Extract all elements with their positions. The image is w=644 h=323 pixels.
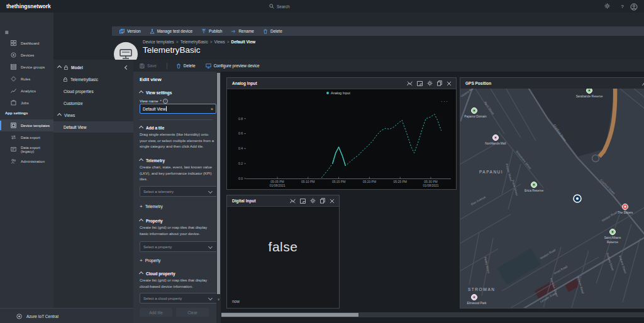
add-property-button[interactable]: Property xyxy=(140,258,216,263)
model-item-views[interactable]: Views xyxy=(53,109,133,121)
tile-settings-gear-icon[interactable] xyxy=(427,80,433,86)
section-telemetry[interactable]: Telemetry xyxy=(140,158,216,163)
sidebar-item-dashboard[interactable]: Dashboard xyxy=(0,37,53,49)
version-button[interactable]: Version xyxy=(119,26,141,36)
tile-analog-input[interactable]: Analog Input Analog Input 0.00.20.40.60.… xyxy=(226,77,457,190)
dashboard-icon xyxy=(11,40,16,46)
configure-preview-device-button[interactable]: Configure preview device xyxy=(206,60,260,72)
nav-collapse-icon[interactable] xyxy=(5,29,14,36)
svg-text:0.4: 0.4 xyxy=(238,146,243,150)
svg-text:Papanui Domain: Papanui Domain xyxy=(464,115,487,118)
sidebar-item-device-groups[interactable]: Device groups xyxy=(0,61,53,73)
save-icon xyxy=(140,63,145,68)
svg-text:Northlands Mall: Northlands Mall xyxy=(485,142,506,145)
app-window: thethingsnetwork Search Dashboard Device… xyxy=(0,0,644,323)
info-icon[interactable] xyxy=(163,99,168,104)
breadcrumb-device-templates[interactable]: Device templates xyxy=(143,40,174,44)
section-add-a-tile[interactable]: Add a tile xyxy=(140,126,216,130)
cloud-property-select[interactable]: Select a cloud property xyxy=(140,293,219,304)
scrollbar-thumb[interactable] xyxy=(217,73,220,294)
rename-button[interactable]: Rename xyxy=(231,26,254,36)
scrollbar-down-arrow[interactable]: ∨ xyxy=(217,297,220,302)
sidebar-label: Analytics xyxy=(21,89,36,93)
settings-gear-icon[interactable] xyxy=(604,3,611,10)
model-root[interactable]: Model xyxy=(53,62,133,73)
device-location-marker xyxy=(574,195,581,202)
sidebar-item-rules[interactable]: Rules xyxy=(0,73,53,85)
breadcrumb-views[interactable]: Views xyxy=(214,40,225,44)
save-button[interactable]: Save xyxy=(140,60,157,72)
sidebar-item-jobs[interactable]: Jobs xyxy=(0,97,53,109)
sidebar-label: Data export (legacy) xyxy=(21,146,53,153)
section-cloud-property[interactable]: Cloud property xyxy=(140,271,216,276)
view-toolbar: Save Delete Configure preview device xyxy=(133,60,644,72)
sidebar-item-analytics[interactable]: Analytics xyxy=(0,85,53,97)
add-tile-description: Drag single elements (like Humidity) ont… xyxy=(140,132,216,150)
left-nav: Dashboard Devices Device groups Rules An… xyxy=(0,13,53,308)
monitor-icon xyxy=(119,49,132,59)
publish-icon xyxy=(201,29,206,34)
svg-text:STROWAN: STROWAN xyxy=(468,287,495,292)
close-tile-icon[interactable] xyxy=(330,199,335,204)
sidebar-item-administration[interactable]: Administration xyxy=(0,155,53,167)
chart-type-icon[interactable] xyxy=(407,81,413,86)
publish-button[interactable]: Publish xyxy=(201,26,222,36)
close-tile-icon[interactable] xyxy=(447,81,452,86)
sidebar-item-device-templates[interactable]: Device templates xyxy=(0,119,53,131)
clear-input-icon[interactable] xyxy=(211,107,213,111)
telemetry-select[interactable]: Select a telemetry xyxy=(140,186,219,197)
edit-view-panel: Edit view View settings View name Defaul… xyxy=(133,72,216,323)
sidebar-item-data-export[interactable]: Data export xyxy=(0,131,53,143)
svg-text:The Sisters: The Sisters xyxy=(618,211,633,214)
gps-map[interactable]: Cranford Street Cranford Street Innes Ro… xyxy=(460,89,644,308)
sidebar-item-devices[interactable]: Devices xyxy=(0,49,53,61)
delete-view-button[interactable]: Delete xyxy=(176,60,196,72)
account-avatar-icon[interactable] xyxy=(630,3,637,10)
template-header: Version Manage test device Publish Renam… xyxy=(53,13,644,60)
delete-template-button[interactable]: Delete xyxy=(263,26,282,36)
sidebar-label: Devices xyxy=(21,53,34,57)
text-caret xyxy=(166,106,167,111)
panel-collapse-icon[interactable] xyxy=(125,65,129,69)
global-search[interactable]: Search xyxy=(269,3,290,10)
model-item-cloud-properties[interactable]: Cloud properties xyxy=(53,85,133,97)
tile-digital-input[interactable]: Digital Input false now xyxy=(226,195,340,309)
help-icon[interactable] xyxy=(619,3,626,10)
add-tile-button[interactable]: Add tile xyxy=(140,308,172,317)
model-item-default-view[interactable]: Default View xyxy=(53,121,133,133)
telemetry-description: Create chart, state, event, last known v… xyxy=(140,165,216,183)
lkv-value: false xyxy=(227,239,339,255)
section-property[interactable]: Property xyxy=(140,219,216,223)
copy-tile-icon[interactable] xyxy=(320,198,325,204)
edit-panel-scrollbar[interactable]: ∨ xyxy=(216,72,221,323)
resize-tile-icon[interactable] xyxy=(417,81,423,86)
scrollbar-thumb[interactable] xyxy=(221,313,358,317)
trash-icon xyxy=(176,63,181,68)
property-select[interactable]: Select a property xyxy=(140,241,219,252)
tile-header[interactable]: Digital Input xyxy=(227,195,339,207)
svg-text:Erica Reserve: Erica Reserve xyxy=(525,189,543,192)
tile-gps-position[interactable]: GPS Position xyxy=(460,77,644,309)
add-telemetry-button[interactable]: Telemetry xyxy=(140,204,216,209)
manage-test-device-button[interactable]: Manage test device xyxy=(150,26,192,36)
breadcrumb: Device templates>TelemetryBasic>Views>De… xyxy=(143,40,255,44)
tile-settings-gear-icon[interactable] xyxy=(310,198,316,204)
canvas-horizontal-scrollbar[interactable] xyxy=(221,312,644,317)
lkv-timestamp: now xyxy=(232,299,240,304)
tile-header[interactable]: GPS Position xyxy=(460,78,644,89)
resize-tile-icon[interactable] xyxy=(300,199,306,204)
section-view-settings[interactable]: View settings xyxy=(140,90,216,95)
svg-text:Elmwood Park: Elmwood Park xyxy=(467,302,487,305)
chart-type-icon[interactable] xyxy=(290,199,296,204)
model-item-customize[interactable]: Customize xyxy=(53,97,133,109)
chevron-down-icon xyxy=(208,244,213,249)
tile-header[interactable]: Analog Input xyxy=(227,78,456,89)
model-item-template[interactable]: TelemetryBasic xyxy=(53,74,133,85)
lock-icon xyxy=(64,77,67,82)
sidebar-item-data-export-legacy[interactable]: Data export (legacy) xyxy=(0,143,53,155)
svg-text:0.6: 0.6 xyxy=(238,131,243,135)
clear-button[interactable]: Clear xyxy=(176,308,209,317)
breadcrumb-template[interactable]: TelemetryBasic xyxy=(180,40,208,44)
copy-tile-icon[interactable] xyxy=(437,80,442,86)
view-name-input[interactable]: Default View xyxy=(140,104,216,114)
